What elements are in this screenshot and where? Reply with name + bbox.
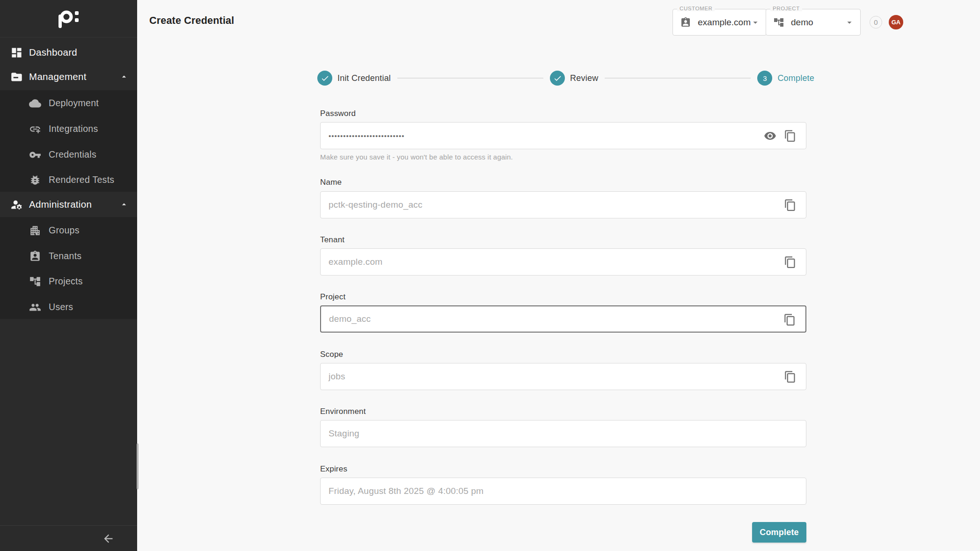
badge-icon bbox=[680, 17, 691, 28]
step-completed-check-icon bbox=[550, 71, 565, 86]
sidebar-item-rendered-tests[interactable]: Rendered Tests bbox=[0, 167, 137, 193]
step-number-circle: 3 bbox=[757, 71, 772, 86]
scope-label: Scope bbox=[320, 350, 343, 359]
sidebar-item-groups[interactable]: Groups bbox=[0, 218, 137, 243]
expires-input[interactable]: Friday, August 8th 2025 @ 4:00:05 pm bbox=[320, 478, 806, 505]
folder-icon bbox=[10, 71, 23, 83]
collapse-sidebar-button[interactable] bbox=[102, 532, 115, 545]
project-select[interactable]: PROJECT demo bbox=[766, 9, 861, 36]
name-input[interactable]: pctk-qesting-demo_acc bbox=[320, 191, 806, 218]
step-review: Review bbox=[550, 71, 598, 86]
app-logo[interactable] bbox=[0, 0, 137, 37]
project-select-value: demo bbox=[791, 17, 813, 28]
stepper-connector bbox=[605, 78, 751, 79]
copy-name-button[interactable] bbox=[784, 199, 797, 211]
copy-password-button[interactable] bbox=[784, 130, 797, 142]
sidebar-item-projects[interactable]: Projects bbox=[0, 268, 137, 294]
copy-project-button[interactable] bbox=[783, 313, 796, 326]
sidebar-item-integrations[interactable]: Integrations bbox=[0, 116, 137, 142]
copy-tenant-button[interactable] bbox=[784, 256, 797, 268]
chevron-down-icon bbox=[844, 17, 855, 28]
environment-input[interactable]: Staging bbox=[320, 420, 806, 447]
project-input[interactable]: demo_acc bbox=[320, 305, 806, 333]
customer-select-label: CUSTOMER bbox=[677, 6, 715, 11]
sidebar: Dashboard Management Deployment bbox=[0, 0, 137, 551]
notification-badge[interactable]: 0 bbox=[870, 16, 882, 29]
copy-icon bbox=[784, 199, 797, 211]
manage-accounts-icon bbox=[10, 198, 23, 211]
sidebar-item-label: Tenants bbox=[49, 251, 81, 261]
password-input[interactable]: •••••••••••••••••••••••••• bbox=[320, 122, 806, 149]
tenant-input[interactable]: example.com bbox=[320, 248, 806, 276]
copy-icon bbox=[784, 370, 797, 383]
dashboard-icon bbox=[10, 46, 23, 59]
step-label: Init Credential bbox=[337, 73, 391, 83]
project-select-label: PROJECT bbox=[770, 6, 802, 11]
sidebar-item-label: Projects bbox=[49, 276, 83, 287]
sidebar-item-label: Management bbox=[29, 71, 87, 82]
sidebar-item-label: Rendered Tests bbox=[49, 174, 114, 185]
logo-p-icon bbox=[54, 7, 83, 31]
schema-icon bbox=[773, 17, 784, 28]
schema-icon bbox=[29, 276, 41, 288]
management-submenu: Deployment Integrations Credentials Rend… bbox=[0, 90, 137, 192]
environment-label: Environment bbox=[320, 407, 366, 416]
bug-icon bbox=[29, 174, 41, 186]
sidebar-footer bbox=[0, 525, 137, 551]
password-helper-text: Make sure you save it - you won't be abl… bbox=[320, 153, 513, 161]
sidebar-item-credentials[interactable]: Credentials bbox=[0, 142, 137, 167]
sidebar-item-label: Administration bbox=[29, 199, 92, 210]
avatar[interactable]: GA bbox=[889, 15, 903, 29]
sidebar-item-label: Dashboard bbox=[29, 47, 77, 58]
apartment-icon bbox=[29, 225, 41, 237]
name-label: Name bbox=[320, 178, 342, 187]
name-value: pctk-qesting-demo_acc bbox=[329, 200, 423, 210]
sidebar-item-label: Credentials bbox=[49, 149, 96, 160]
chevron-up-icon bbox=[119, 200, 129, 209]
copy-icon bbox=[784, 256, 797, 268]
sidebar-item-tenants[interactable]: Tenants bbox=[0, 243, 137, 269]
copy-icon bbox=[784, 130, 797, 142]
copy-icon bbox=[783, 313, 796, 326]
eye-icon bbox=[764, 130, 776, 142]
chevron-down-icon bbox=[750, 17, 761, 28]
expires-label: Expires bbox=[320, 464, 347, 474]
arrow-back-icon bbox=[102, 532, 115, 545]
step-number: 3 bbox=[763, 74, 767, 82]
project-value: demo_acc bbox=[329, 314, 371, 324]
tenant-label: Tenant bbox=[320, 235, 344, 245]
group-icon bbox=[29, 301, 41, 313]
sidebar-item-label: Deployment bbox=[49, 98, 99, 109]
copy-scope-button[interactable] bbox=[784, 370, 797, 383]
administration-submenu: Groups Tenants Projects Users bbox=[0, 217, 137, 319]
page-title: Create Credential bbox=[149, 15, 234, 27]
toggle-password-visibility-button[interactable] bbox=[764, 130, 776, 142]
sidebar-item-dashboard[interactable]: Dashboard bbox=[0, 40, 137, 65]
scope-value: jobs bbox=[329, 371, 345, 382]
sidebar-item-administration[interactable]: Administration bbox=[0, 192, 137, 217]
step-init-credential: Init Credential bbox=[317, 71, 391, 86]
password-label: Password bbox=[320, 109, 356, 118]
expires-value: Friday, August 8th 2025 @ 4:00:05 pm bbox=[329, 486, 483, 496]
add-link-icon bbox=[29, 123, 41, 135]
customer-select[interactable]: CUSTOMER example.com bbox=[673, 9, 767, 36]
scope-input[interactable]: jobs bbox=[320, 363, 806, 390]
sidebar-item-label: Groups bbox=[49, 225, 80, 236]
sidebar-item-label: Users bbox=[49, 302, 73, 312]
step-complete: 3 Complete bbox=[757, 71, 814, 86]
sidebar-item-deployment[interactable]: Deployment bbox=[0, 90, 137, 116]
customer-select-value: example.com bbox=[698, 17, 751, 28]
stepper: Init Credential Review 3 Complete bbox=[317, 71, 814, 86]
tenant-value: example.com bbox=[329, 257, 382, 267]
chevron-up-icon bbox=[119, 72, 129, 81]
key-icon bbox=[29, 149, 41, 161]
sidebar-item-management[interactable]: Management bbox=[0, 65, 137, 89]
sidebar-item-users[interactable]: Users bbox=[0, 294, 137, 320]
app-window: Dashboard Management Deployment bbox=[0, 0, 980, 551]
stepper-connector bbox=[397, 78, 543, 79]
password-value: •••••••••••••••••••••••••• bbox=[329, 132, 405, 140]
complete-button[interactable]: Complete bbox=[752, 522, 806, 543]
sidebar-scrollbar-thumb[interactable] bbox=[137, 443, 139, 489]
step-label: Complete bbox=[777, 73, 814, 83]
cloud-icon bbox=[29, 97, 41, 109]
